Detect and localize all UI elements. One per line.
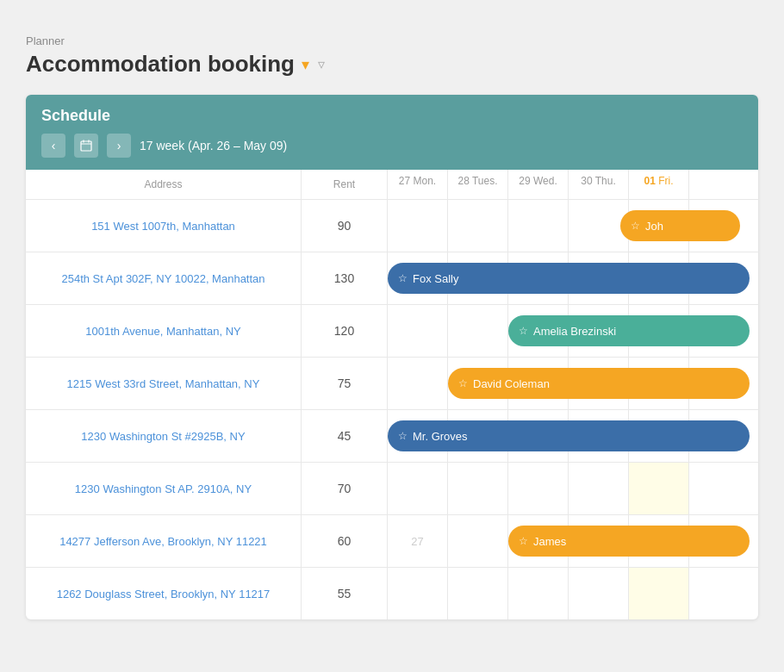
rent-cell: 75 bbox=[302, 358, 388, 409]
day-header-2: 29 Wed. bbox=[508, 170, 569, 199]
booking-bar-amelia[interactable]: ☆ Amelia Brezinski bbox=[508, 315, 750, 346]
booking-bar-joh[interactable]: ☆ Joh bbox=[620, 210, 740, 241]
day-cell-1: ☆ David Coleman bbox=[448, 358, 508, 409]
day-cell-0 bbox=[388, 200, 448, 252]
star-icon: ☆ bbox=[398, 430, 408, 442]
day-cell-1 bbox=[448, 568, 508, 619]
day-cell-4 bbox=[629, 463, 689, 514]
address-cell[interactable]: 1230 Washington St #2925B, NY bbox=[26, 410, 302, 462]
day-cell-0 bbox=[388, 568, 448, 619]
booking-name: Fox Sally bbox=[413, 272, 458, 285]
rent-cell: 60 bbox=[302, 515, 388, 567]
page-title-row: Accommodation booking ▾ ▿ bbox=[26, 51, 758, 78]
nav-row: ‹ › 17 week (Apr. 26 – May 09) bbox=[41, 134, 743, 158]
address-cell[interactable]: 14277 Jefferson Ave, Brooklyn, NY 11221 bbox=[26, 515, 302, 567]
next-week-button[interactable]: › bbox=[107, 134, 131, 158]
day-header-1: 28 Tues. bbox=[448, 170, 508, 199]
rent-cell: 70 bbox=[302, 463, 388, 514]
day-cell-0 bbox=[388, 463, 448, 514]
day-cell-0: ☆ Fox Sally bbox=[388, 252, 448, 304]
day-number: 27 bbox=[411, 535, 423, 548]
table-row: 14277 Jefferson Ave, Brooklyn, NY 11221 … bbox=[26, 515, 758, 568]
prev-week-button[interactable]: ‹ bbox=[41, 134, 65, 158]
day-cell-1 bbox=[448, 515, 508, 567]
star-icon: ☆ bbox=[398, 272, 408, 284]
booking-name: Joh bbox=[645, 220, 663, 233]
day-cell-2: ☆ James bbox=[508, 515, 569, 567]
day-cell-4: ☆ Joh bbox=[629, 200, 689, 252]
day-cell-0 bbox=[388, 358, 448, 409]
rent-column-header: Rent bbox=[302, 170, 388, 199]
page-title: Accommodation booking bbox=[26, 51, 295, 78]
day-cell-1 bbox=[448, 305, 508, 357]
grid-header: Address Rent 27 Mon. 28 Tues. 29 Wed. 30… bbox=[26, 170, 758, 200]
day-cell-1 bbox=[448, 200, 508, 252]
day-cell-2: ☆ Amelia Brezinski bbox=[508, 305, 569, 357]
day-cell-2 bbox=[508, 568, 569, 619]
star-icon: ☆ bbox=[458, 377, 468, 389]
day-header-0: 27 Mon. bbox=[388, 170, 448, 199]
day-cell-4 bbox=[629, 568, 689, 619]
schedule-header: Schedule ‹ › 17 week (Apr. 26 – May 09) bbox=[26, 95, 758, 170]
table-row: 151 West 1007th, Manhattan 90 ☆ Joh bbox=[26, 200, 758, 252]
rent-cell: 90 bbox=[302, 200, 388, 252]
booking-bar-james[interactable]: ☆ James bbox=[508, 526, 750, 557]
table-row: 254th St Apt 302F, NY 10022, Manhattan 1… bbox=[26, 252, 758, 305]
address-cell[interactable]: 151 West 1007th, Manhattan bbox=[26, 200, 302, 252]
day-header-4: 01 Fri. bbox=[629, 170, 689, 199]
rent-cell: 45 bbox=[302, 410, 388, 462]
booking-bar-fox-sally[interactable]: ☆ Fox Sally bbox=[388, 263, 750, 294]
rent-cell: 120 bbox=[302, 305, 388, 357]
schedule-title: Schedule bbox=[41, 107, 743, 125]
address-cell[interactable]: 1001th Avenue, Manhattan, NY bbox=[26, 305, 302, 357]
booking-bar-groves[interactable]: ☆ Mr. Groves bbox=[388, 420, 750, 451]
calendar-button[interactable] bbox=[74, 134, 98, 158]
day-cell-1 bbox=[448, 463, 508, 514]
svg-rect-0 bbox=[81, 141, 91, 151]
table-row: 1262 Douglass Street, Brooklyn, NY 11217… bbox=[26, 568, 758, 619]
rent-cell: 55 bbox=[302, 568, 388, 619]
booking-name: Amelia Brezinski bbox=[533, 325, 616, 338]
filter-icon[interactable]: ▿ bbox=[318, 56, 325, 72]
title-dropdown-icon[interactable]: ▾ bbox=[302, 55, 309, 74]
day-header-3: 30 Thu. bbox=[569, 170, 629, 199]
address-cell[interactable]: 1230 Washington St AP. 2910A, NY bbox=[26, 463, 302, 514]
day-cell-0 bbox=[388, 305, 448, 357]
address-cell[interactable]: 254th St Apt 302F, NY 10022, Manhattan bbox=[26, 252, 302, 304]
day-cell-3 bbox=[569, 463, 629, 514]
table-row: 1230 Washington St AP. 2910A, NY 70 bbox=[26, 463, 758, 515]
day-cell-2 bbox=[508, 200, 569, 252]
day-cell-2 bbox=[508, 463, 569, 514]
booking-bar-david[interactable]: ☆ David Coleman bbox=[448, 368, 750, 399]
booking-name: Mr. Groves bbox=[413, 430, 468, 443]
table-row: 1001th Avenue, Manhattan, NY 120 ☆ Ameli… bbox=[26, 305, 758, 358]
address-column-header: Address bbox=[26, 170, 302, 199]
table-row: 1230 Washington St #2925B, NY 45 ☆ Mr. G… bbox=[26, 410, 758, 463]
address-cell[interactable]: 1215 West 33rd Street, Manhattan, NY bbox=[26, 358, 302, 409]
table-row: 1215 West 33rd Street, Manhattan, NY 75 … bbox=[26, 358, 758, 410]
star-icon: ☆ bbox=[519, 535, 528, 547]
page-wrapper: Planner Accommodation booking ▾ ▿ Schedu… bbox=[0, 0, 784, 637]
booking-name: David Coleman bbox=[473, 377, 550, 390]
day-cell-3 bbox=[569, 568, 629, 619]
address-cell[interactable]: 1262 Douglass Street, Brooklyn, NY 11217 bbox=[26, 568, 302, 619]
rent-cell: 130 bbox=[302, 252, 388, 304]
day-cell-0: ☆ Mr. Groves bbox=[388, 410, 448, 462]
grid-wrapper: Address Rent 27 Mon. 28 Tues. 29 Wed. 30… bbox=[26, 170, 758, 619]
star-icon: ☆ bbox=[631, 220, 640, 232]
breadcrumb: Planner bbox=[26, 34, 758, 47]
booking-name: James bbox=[533, 535, 566, 548]
day-cell-0: 27 bbox=[388, 515, 448, 567]
week-label: 17 week (Apr. 26 – May 09) bbox=[140, 139, 287, 152]
star-icon: ☆ bbox=[519, 325, 528, 337]
schedule-container: Schedule ‹ › 17 week (Apr. 26 – May 09) bbox=[26, 95, 758, 619]
